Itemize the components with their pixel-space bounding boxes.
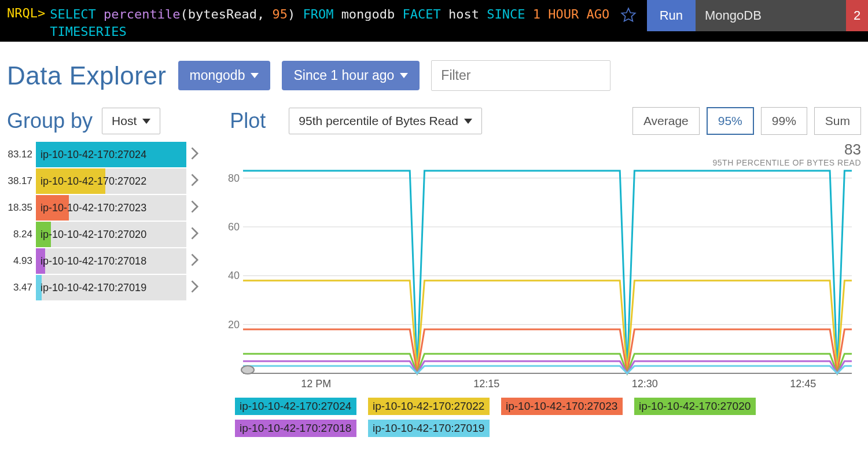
notification-badge[interactable]: 2 <box>846 0 868 31</box>
legend-swatch: ip-10-10-42-170:27023 <box>501 398 623 415</box>
time-range-label: Since 1 hour ago <box>293 68 394 83</box>
chevron-right-icon <box>186 147 204 162</box>
host-bar: ip-10-10-42-170:27018 <box>36 248 186 274</box>
host-bar: ip-10-10-42-170:27023 <box>36 195 186 221</box>
chevron-right-icon <box>186 174 204 189</box>
aggregation-group: Average95%99%Sum <box>632 107 861 135</box>
host-bar: ip-10-10-42-170:27024 <box>36 142 186 167</box>
legend-swatch: ip-10-10-42-170:27018 <box>235 420 356 437</box>
svg-text:12:15: 12:15 <box>473 378 499 390</box>
legend-swatch: ip-10-10-42-170:27024 <box>235 398 356 415</box>
host-name: ip-10-10-42-170:27020 <box>36 229 146 241</box>
host-row[interactable]: 3.47ip-10-10-42-170:27019 <box>7 275 204 300</box>
chart-legend: ip-10-10-42-170:27024ip-10-10-42-170:270… <box>235 398 861 437</box>
host-bar: ip-10-10-42-170:27022 <box>36 168 186 194</box>
agg-button-sum[interactable]: Sum <box>814 107 861 135</box>
chevron-down-icon <box>464 119 472 124</box>
host-name: ip-10-10-42-170:27018 <box>36 255 146 267</box>
timeseries-chart[interactable]: 2040608012 PM12:1512:3012:45 <box>220 142 856 392</box>
host-row[interactable]: 8.24ip-10-10-42-170:27020 <box>7 222 204 247</box>
chevron-down-icon <box>142 119 150 124</box>
legend-item[interactable]: ip-10-10-42-170:27022 <box>368 398 490 415</box>
host-name: ip-10-10-42-170:27023 <box>36 202 146 214</box>
plot-metric-value: 95th percentile of Bytes Read <box>299 114 458 128</box>
svg-text:20: 20 <box>228 319 240 331</box>
chart-area: 83 95TH PERCENTILE OF BYTES READ 2040608… <box>220 142 861 437</box>
host-value: 4.93 <box>7 255 36 267</box>
controls-row: Group by Host Plot 95th percentile of By… <box>0 100 868 137</box>
host-bar: ip-10-10-42-170:27019 <box>36 275 186 300</box>
host-bar: ip-10-10-42-170:27020 <box>36 222 186 247</box>
chart-subtitle: 95TH PERCENTILE OF BYTES READ <box>713 158 861 167</box>
nrql-query-input[interactable]: SELECT percentile(bytesRead, 95) FROM mo… <box>50 0 609 41</box>
time-range-dropdown[interactable]: Since 1 hour ago <box>282 61 420 90</box>
svg-text:12 PM: 12 PM <box>301 378 331 390</box>
plot-label: Plot <box>230 109 266 133</box>
legend-item[interactable]: ip-10-10-42-170:27019 <box>368 420 490 437</box>
legend-swatch: ip-10-10-42-170:27022 <box>368 398 490 415</box>
legend-swatch: ip-10-10-42-170:27020 <box>634 398 756 415</box>
host-value: 3.47 <box>7 282 36 293</box>
source-dropdown[interactable]: mongodb <box>178 61 271 90</box>
legend-item[interactable]: ip-10-10-42-170:27020 <box>634 398 756 415</box>
app-tab-mongodb[interactable]: MongoDB <box>696 0 846 31</box>
legend-swatch: ip-10-10-42-170:27019 <box>368 420 490 437</box>
group-by-label: Group by <box>7 109 93 133</box>
nrql-prompt: NRQL> <box>0 0 50 20</box>
host-value: 8.24 <box>7 229 36 240</box>
agg-button-average[interactable]: Average <box>632 107 700 135</box>
host-row[interactable]: 18.35ip-10-10-42-170:27023 <box>7 195 204 221</box>
legend-item[interactable]: ip-10-10-42-170:27018 <box>235 420 356 437</box>
chevron-right-icon <box>186 227 204 242</box>
app-tab-label: MongoDB <box>705 8 762 23</box>
group-by-dropdown[interactable]: Host <box>102 108 160 134</box>
host-row[interactable]: 38.17ip-10-10-42-170:27022 <box>7 168 204 194</box>
legend-item[interactable]: ip-10-10-42-170:27024 <box>235 398 356 415</box>
header-row: Data Explorer mongodb Since 1 hour ago <box>0 42 868 100</box>
chevron-right-icon <box>186 280 204 295</box>
svg-text:12:30: 12:30 <box>632 378 658 390</box>
svg-text:12:45: 12:45 <box>790 378 816 390</box>
nrql-bar: NRQL> SELECT percentile(bytesRead, 95) F… <box>0 0 868 42</box>
host-row[interactable]: 4.93ip-10-10-42-170:27018 <box>7 248 204 274</box>
chart-max-value: 83 <box>844 141 861 159</box>
page-title: Data Explorer <box>7 61 167 90</box>
svg-text:40: 40 <box>228 270 240 281</box>
host-value: 83.12 <box>7 149 36 160</box>
run-button[interactable]: Run <box>647 0 696 31</box>
svg-text:60: 60 <box>228 221 240 233</box>
chevron-right-icon <box>186 200 204 215</box>
host-name: ip-10-10-42-170:27024 <box>36 149 146 161</box>
plot-metric-dropdown[interactable]: 95th percentile of Bytes Read <box>289 108 482 134</box>
filter-input[interactable] <box>431 60 610 91</box>
svg-text:80: 80 <box>228 172 240 184</box>
agg-button-99pct[interactable]: 99% <box>761 107 807 135</box>
chevron-down-icon <box>251 73 259 78</box>
agg-button-95pct[interactable]: 95% <box>707 107 754 135</box>
host-value: 38.17 <box>7 175 36 187</box>
host-list: 83.12ip-10-10-42-170:2702438.17ip-10-10-… <box>7 142 204 437</box>
source-dropdown-label: mongodb <box>190 68 245 83</box>
host-value: 18.35 <box>7 202 36 214</box>
chevron-down-icon <box>400 73 408 78</box>
favorite-star-icon[interactable] <box>610 0 647 23</box>
legend-item[interactable]: ip-10-10-42-170:27023 <box>501 398 623 415</box>
group-by-value: Host <box>112 114 137 128</box>
host-name: ip-10-10-42-170:27022 <box>36 175 146 188</box>
svg-point-13 <box>241 366 254 374</box>
chevron-right-icon <box>186 254 204 269</box>
host-name: ip-10-10-42-170:27019 <box>36 282 146 294</box>
host-row[interactable]: 83.12ip-10-10-42-170:27024 <box>7 142 204 167</box>
